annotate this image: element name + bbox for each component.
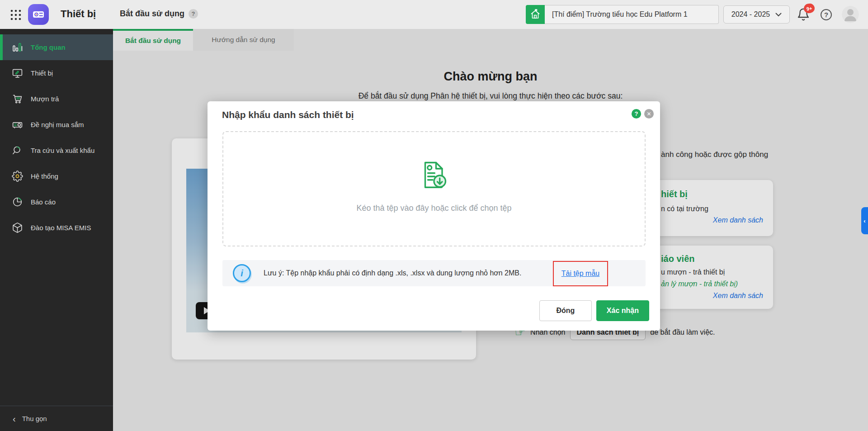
modal-button-row: Đóng Xác nhận [539,300,649,321]
monitor-icon [12,67,23,79]
school-year-value: 2024 - 2025 [731,10,770,19]
sidebar-item-label: Tra cứu và xuất khẩu [31,147,94,154]
annotation-red-box: Tải tệp mẫu [553,261,608,286]
sidebar-item-de-nghi-mua-sam[interactable]: Đề nghị mua sắm [0,112,113,137]
import-device-modal: Nhập khẩu danh sách thiết bị ? ✕ Kéo thả… [208,101,660,331]
file-dropzone[interactable]: Kéo thả tệp vào đây hoặc click để chọn t… [222,131,646,246]
collapse-label: Thu gọn [22,415,47,422]
gear-icon [12,171,23,182]
sidebar-item-he-thong[interactable]: Hệ thống [0,163,113,189]
page-help-badge-icon[interactable]: ? [189,9,198,19]
confirm-button[interactable]: Xác nhận [596,300,649,321]
sidebar-item-label: Báo cáo [31,198,56,206]
help-icon[interactable]: ? [821,9,832,20]
user-avatar[interactable] [842,6,859,23]
side-panel-expand-tab[interactable]: ‹ [861,207,868,234]
sidebar-item-dao-tao-misa-emis[interactable]: Đào tạo MISA EMIS [0,215,113,241]
sidebar: Tổng quan Thiết bị Mượn trả [0,29,113,431]
module-title: Thiết bị [61,8,96,20]
sidebar-item-label: Tổng quan [31,43,66,51]
bar-chart-icon [12,42,23,53]
cube-icon [12,222,23,233]
sidebar-item-label: Đề nghị mua sắm [31,121,84,128]
chevron-left-icon: ‹ [13,414,16,423]
modal-title: Nhập khẩu danh sách thiết bị [222,109,354,120]
sidebar-item-tra-cuu-va-xuat-khau[interactable]: Tra cứu và xuất khẩu [0,137,113,163]
notification-bell-icon[interactable]: 9+ [797,7,812,23]
cart-icon [12,93,23,104]
sidebar-item-muon-tra[interactable]: Mượn trả [0,86,113,112]
school-name[interactable]: [Thí điểm] Trường tiểu học Edu Platform … [545,5,719,24]
note-text: Lưu ý: Tệp nhập khẩu phải có định dạng .… [264,269,521,277]
projector-icon [12,119,23,130]
info-icon: i [233,264,251,282]
top-header: Thiết bị Bắt đầu sử dụng ? [Thí điểm] Tr… [0,0,868,29]
school-selector[interactable]: [Thí điểm] Trường tiểu học Edu Platform … [526,5,719,24]
sidebar-item-bao-cao[interactable]: Báo cáo [0,189,113,215]
close-icon[interactable]: ✕ [644,109,654,118]
sidebar-item-label: Thiết bị [31,69,53,77]
school-house-icon [526,5,545,24]
page-title: Bắt đầu sử dụng [120,9,184,19]
app-logo-projector-icon[interactable] [28,4,49,25]
sidebar-item-label: Đào tạo MISA EMIS [31,224,91,232]
sidebar-item-label: Hệ thống [31,172,58,180]
close-button[interactable]: Đóng [539,300,592,321]
pie-chart-icon [12,196,23,208]
sidebar-item-tong-quan[interactable]: Tổng quan [0,34,113,60]
sidebar-item-label: Mượn trả [31,95,59,103]
note-bar: i Lưu ý: Tệp nhập khẩu phải có định dạng… [222,260,646,286]
dropzone-text: Kéo thả tệp vào đây hoặc click để chọn t… [356,204,511,213]
app-launcher-grid-icon[interactable] [10,9,22,21]
sidebar-collapse-button[interactable]: ‹ Thu gọn [0,406,113,431]
school-year-dropdown[interactable]: 2024 - 2025 [723,5,790,24]
sidebar-menu: Tổng quan Thiết bị Mượn trả [0,34,113,241]
search-icon [12,145,23,156]
download-template-link[interactable]: Tải tệp mẫu [561,270,599,278]
file-download-icon [418,159,450,192]
chevron-down-icon [775,13,782,17]
chevron-left-icon: ‹ [863,218,865,224]
modal-help-icon[interactable]: ? [632,109,641,118]
sidebar-item-thiet-bi[interactable]: Thiết bị [0,60,113,86]
app-window: Thiết bị Bắt đầu sử dụng ? [Thí điểm] Tr… [0,0,868,431]
page-title-wrap: Bắt đầu sử dụng ? [120,9,198,19]
